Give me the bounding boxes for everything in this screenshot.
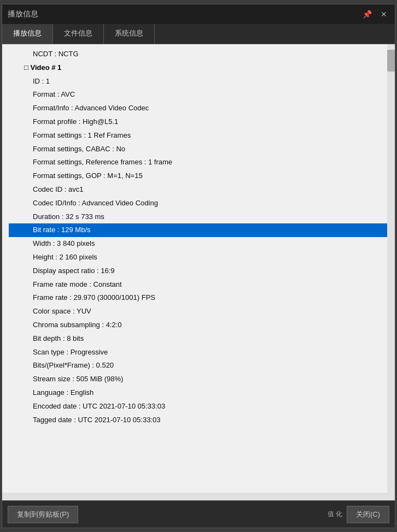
info-line-27: Tagged date : UTC 2021-07-10 05:33:03 <box>9 413 387 427</box>
info-line-0: NCDT : NCTG <box>9 48 387 61</box>
info-line-17: Frame rate mode : Constant <box>9 278 387 292</box>
horizontal-scrollbar[interactable] <box>2 493 395 500</box>
info-line-3: Format : AVC <box>9 88 387 102</box>
info-line-11: Codec ID/Info : Advanced Video Coding <box>9 197 387 210</box>
info-line-26: Encoded date : UTC 2021-07-10 05:33:03 <box>9 400 387 413</box>
content-with-scrollbar: NCDT : NCTG□ Video # 1ID : 1Format : AVC… <box>2 44 395 493</box>
scrollbar-thumb[interactable] <box>387 50 395 72</box>
bottom-left: 复制到剪贴板(P) <box>8 506 78 523</box>
title-bar-controls: 📌 ✕ <box>360 9 389 20</box>
window-title: 播放信息 <box>8 9 38 19</box>
info-line-9: Format settings, GOP : M=1, N=15 <box>9 169 387 183</box>
info-line-7: Format settings, CABAC : No <box>9 143 387 156</box>
info-line-21: Bit depth : 8 bits <box>9 332 387 346</box>
info-line-16: Display aspect ratio : 16:9 <box>9 264 387 278</box>
info-line-24: Stream size : 505 MiB (98%) <box>9 373 387 386</box>
bottom-right: 值 化 关闭(C) <box>328 506 389 523</box>
info-line-10: Codec ID : avc1 <box>9 183 387 197</box>
info-panel[interactable]: NCDT : NCTG□ Video # 1ID : 1Format : AVC… <box>9 44 387 493</box>
info-line-14: Width : 3 840 pixels <box>9 237 387 251</box>
info-line-23: Bits/(Pixel*Frame) : 0.520 <box>9 359 387 373</box>
info-line-22: Scan type : Progressive <box>9 346 387 359</box>
info-line-13: Bit rate : 129 Mb/s <box>9 223 387 237</box>
info-line-12: Duration : 32 s 733 ms <box>9 210 387 224</box>
main-content: NCDT : NCTG□ Video # 1ID : 1Format : AVC… <box>2 44 395 500</box>
close-window-button[interactable]: ✕ <box>378 9 389 20</box>
info-line-6: Format settings : 1 Ref Frames <box>9 129 387 143</box>
left-gutter <box>2 44 9 493</box>
info-line-5: Format profile : High@L5.1 <box>9 115 387 129</box>
status-text: 值 化 <box>328 510 342 519</box>
info-line-18: Frame rate : 29.970 (30000/1001) FPS <box>9 291 387 305</box>
tab-bar: 播放信息 文件信息 系统信息 <box>2 24 395 44</box>
copy-to-clipboard-button[interactable]: 复制到剪贴板(P) <box>8 506 78 523</box>
info-line-25: Language : English <box>9 386 387 400</box>
info-line-19: Color space : YUV <box>9 305 387 318</box>
info-line-1: □ Video # 1 <box>9 61 387 75</box>
info-line-8: Format settings, Reference frames : 1 fr… <box>9 156 387 169</box>
info-line-20: Chroma subsampling : 4:2:0 <box>9 318 387 332</box>
tab-system-info[interactable]: 系统信息 <box>104 24 155 44</box>
title-bar: 播放信息 📌 ✕ <box>2 4 395 24</box>
info-line-15: Height : 2 160 pixels <box>9 251 387 264</box>
info-line-4: Format/Info : Advanced Video Codec <box>9 102 387 115</box>
main-window: 播放信息 📌 ✕ 播放信息 文件信息 系统信息 NCDT : NCTG□ Vid… <box>2 4 395 528</box>
pin-button[interactable]: 📌 <box>360 9 374 20</box>
bottom-bar: 复制到剪贴板(P) 值 化 关闭(C) <box>2 500 395 528</box>
close-button[interactable]: 关闭(C) <box>347 506 389 523</box>
vertical-scrollbar[interactable] <box>387 44 395 493</box>
info-line-2: ID : 1 <box>9 75 387 88</box>
tab-playback-info[interactable]: 播放信息 <box>2 24 53 44</box>
tab-file-info[interactable]: 文件信息 <box>53 24 104 44</box>
